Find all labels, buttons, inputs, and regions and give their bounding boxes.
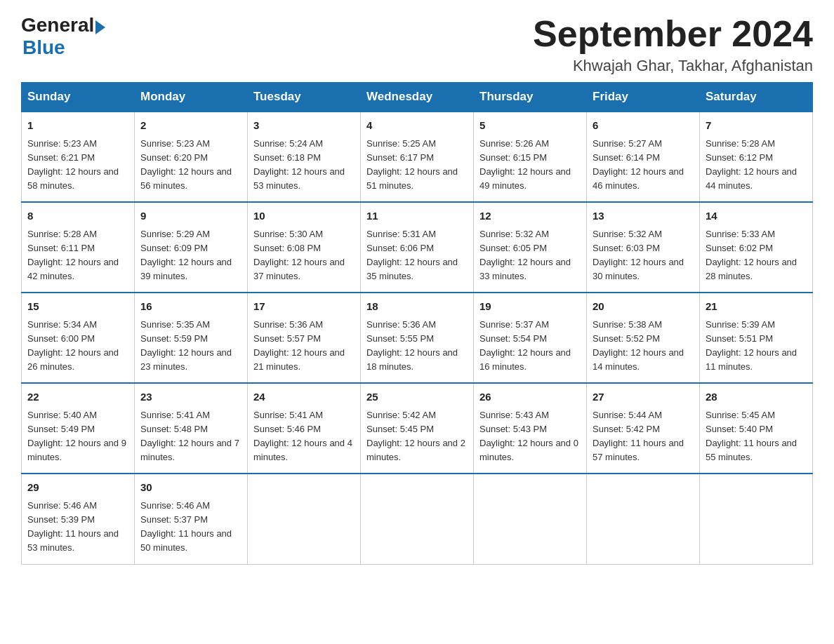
day-number: 10 <box>253 208 355 224</box>
day-number: 25 <box>366 389 468 405</box>
day-info: Sunrise: 5:32 AMSunset: 6:05 PMDaylight:… <box>479 227 581 284</box>
week-row-2: 8Sunrise: 5:28 AMSunset: 6:11 PMDaylight… <box>22 202 813 293</box>
day-info: Sunrise: 5:45 AMSunset: 5:40 PMDaylight:… <box>706 408 807 465</box>
day-info: Sunrise: 5:41 AMSunset: 5:46 PMDaylight:… <box>253 408 355 465</box>
day-cell: 3Sunrise: 5:24 AMSunset: 6:18 PMDaylight… <box>248 112 361 202</box>
day-number: 9 <box>140 208 241 224</box>
day-number: 30 <box>140 480 241 496</box>
day-cell <box>361 474 474 564</box>
day-cell: 17Sunrise: 5:36 AMSunset: 5:57 PMDayligh… <box>248 293 361 383</box>
day-cell: 7Sunrise: 5:28 AMSunset: 6:12 PMDaylight… <box>700 112 813 202</box>
week-row-3: 15Sunrise: 5:34 AMSunset: 6:00 PMDayligh… <box>22 293 813 383</box>
day-info: Sunrise: 5:27 AMSunset: 6:14 PMDaylight:… <box>593 137 694 194</box>
day-cell: 8Sunrise: 5:28 AMSunset: 6:11 PMDaylight… <box>22 202 135 293</box>
day-number: 28 <box>706 389 807 405</box>
calendar-table: SundayMondayTuesdayWednesdayThursdayFrid… <box>21 82 813 564</box>
month-title: September 2024 <box>533 14 813 54</box>
day-cell: 2Sunrise: 5:23 AMSunset: 6:20 PMDaylight… <box>135 112 248 202</box>
day-info: Sunrise: 5:44 AMSunset: 5:42 PMDaylight:… <box>593 408 694 465</box>
day-number: 3 <box>253 118 355 134</box>
day-cell: 13Sunrise: 5:32 AMSunset: 6:03 PMDayligh… <box>587 202 700 293</box>
day-number: 23 <box>140 389 241 405</box>
day-cell: 20Sunrise: 5:38 AMSunset: 5:52 PMDayligh… <box>587 293 700 383</box>
day-info: Sunrise: 5:33 AMSunset: 6:02 PMDaylight:… <box>706 227 807 284</box>
day-number: 6 <box>593 118 694 134</box>
day-info: Sunrise: 5:41 AMSunset: 5:48 PMDaylight:… <box>140 408 241 465</box>
day-cell: 4Sunrise: 5:25 AMSunset: 6:17 PMDaylight… <box>361 112 474 202</box>
day-info: Sunrise: 5:28 AMSunset: 6:12 PMDaylight:… <box>706 137 807 194</box>
day-info: Sunrise: 5:31 AMSunset: 6:06 PMDaylight:… <box>366 227 468 284</box>
day-cell: 27Sunrise: 5:44 AMSunset: 5:42 PMDayligh… <box>587 383 700 474</box>
day-number: 18 <box>366 299 468 315</box>
day-info: Sunrise: 5:40 AMSunset: 5:49 PMDaylight:… <box>27 408 128 465</box>
title-area: September 2024 Khwajah Ghar, Takhar, Afg… <box>533 14 813 75</box>
day-number: 2 <box>140 118 241 134</box>
day-info: Sunrise: 5:23 AMSunset: 6:20 PMDaylight:… <box>140 137 241 194</box>
week-row-5: 29Sunrise: 5:46 AMSunset: 5:39 PMDayligh… <box>22 474 813 564</box>
day-cell: 12Sunrise: 5:32 AMSunset: 6:05 PMDayligh… <box>474 202 587 293</box>
day-info: Sunrise: 5:46 AMSunset: 5:39 PMDaylight:… <box>27 499 128 556</box>
page-header: General Blue September 2024 Khwajah Ghar… <box>21 14 813 75</box>
week-row-1: 1Sunrise: 5:23 AMSunset: 6:21 PMDaylight… <box>22 112 813 202</box>
day-cell: 26Sunrise: 5:43 AMSunset: 5:43 PMDayligh… <box>474 383 587 474</box>
day-cell: 24Sunrise: 5:41 AMSunset: 5:46 PMDayligh… <box>248 383 361 474</box>
day-cell <box>248 474 361 564</box>
weekday-header-thursday: Thursday <box>474 83 587 112</box>
day-number: 24 <box>253 389 355 405</box>
day-info: Sunrise: 5:34 AMSunset: 6:00 PMDaylight:… <box>27 318 128 375</box>
day-cell: 29Sunrise: 5:46 AMSunset: 5:39 PMDayligh… <box>22 474 135 564</box>
day-cell: 9Sunrise: 5:29 AMSunset: 6:09 PMDaylight… <box>135 202 248 293</box>
weekday-header-saturday: Saturday <box>700 83 813 112</box>
weekday-header-row: SundayMondayTuesdayWednesdayThursdayFrid… <box>22 83 813 112</box>
logo-arrow-icon <box>95 20 105 34</box>
day-info: Sunrise: 5:42 AMSunset: 5:45 PMDaylight:… <box>366 408 468 465</box>
logo-text-general: General <box>21 14 94 36</box>
day-number: 27 <box>593 389 694 405</box>
day-info: Sunrise: 5:30 AMSunset: 6:08 PMDaylight:… <box>253 227 355 284</box>
day-number: 16 <box>140 299 241 315</box>
day-info: Sunrise: 5:24 AMSunset: 6:18 PMDaylight:… <box>253 137 355 194</box>
day-cell: 21Sunrise: 5:39 AMSunset: 5:51 PMDayligh… <box>700 293 813 383</box>
day-cell: 1Sunrise: 5:23 AMSunset: 6:21 PMDaylight… <box>22 112 135 202</box>
day-number: 21 <box>706 299 807 315</box>
day-info: Sunrise: 5:39 AMSunset: 5:51 PMDaylight:… <box>706 318 807 375</box>
day-info: Sunrise: 5:28 AMSunset: 6:11 PMDaylight:… <box>27 227 128 284</box>
day-cell: 16Sunrise: 5:35 AMSunset: 5:59 PMDayligh… <box>135 293 248 383</box>
week-row-4: 22Sunrise: 5:40 AMSunset: 5:49 PMDayligh… <box>22 383 813 474</box>
day-cell: 15Sunrise: 5:34 AMSunset: 6:00 PMDayligh… <box>22 293 135 383</box>
weekday-header-tuesday: Tuesday <box>248 83 361 112</box>
day-cell: 28Sunrise: 5:45 AMSunset: 5:40 PMDayligh… <box>700 383 813 474</box>
weekday-header-wednesday: Wednesday <box>361 83 474 112</box>
day-number: 4 <box>366 118 468 134</box>
day-cell: 14Sunrise: 5:33 AMSunset: 6:02 PMDayligh… <box>700 202 813 293</box>
day-info: Sunrise: 5:38 AMSunset: 5:52 PMDaylight:… <box>593 318 694 375</box>
day-info: Sunrise: 5:46 AMSunset: 5:37 PMDaylight:… <box>140 499 241 556</box>
day-cell: 30Sunrise: 5:46 AMSunset: 5:37 PMDayligh… <box>135 474 248 564</box>
day-number: 19 <box>479 299 581 315</box>
day-info: Sunrise: 5:25 AMSunset: 6:17 PMDaylight:… <box>366 137 468 194</box>
day-number: 1 <box>27 118 128 134</box>
day-number: 5 <box>479 118 581 134</box>
day-cell <box>587 474 700 564</box>
location-title: Khwajah Ghar, Takhar, Afghanistan <box>533 57 813 75</box>
day-info: Sunrise: 5:36 AMSunset: 5:55 PMDaylight:… <box>366 318 468 375</box>
day-number: 29 <box>27 480 128 496</box>
day-info: Sunrise: 5:32 AMSunset: 6:03 PMDaylight:… <box>593 227 694 284</box>
weekday-header-friday: Friday <box>587 83 700 112</box>
day-info: Sunrise: 5:37 AMSunset: 5:54 PMDaylight:… <box>479 318 581 375</box>
day-cell: 18Sunrise: 5:36 AMSunset: 5:55 PMDayligh… <box>361 293 474 383</box>
weekday-header-monday: Monday <box>135 83 248 112</box>
day-info: Sunrise: 5:29 AMSunset: 6:09 PMDaylight:… <box>140 227 241 284</box>
day-info: Sunrise: 5:26 AMSunset: 6:15 PMDaylight:… <box>479 137 581 194</box>
day-info: Sunrise: 5:36 AMSunset: 5:57 PMDaylight:… <box>253 318 355 375</box>
day-cell: 11Sunrise: 5:31 AMSunset: 6:06 PMDayligh… <box>361 202 474 293</box>
logo: General Blue <box>21 14 105 59</box>
logo-text-blue: Blue <box>22 36 65 59</box>
day-info: Sunrise: 5:23 AMSunset: 6:21 PMDaylight:… <box>27 137 128 194</box>
day-number: 17 <box>253 299 355 315</box>
day-cell <box>474 474 587 564</box>
day-number: 11 <box>366 208 468 224</box>
day-info: Sunrise: 5:35 AMSunset: 5:59 PMDaylight:… <box>140 318 241 375</box>
day-number: 15 <box>27 299 128 315</box>
day-number: 7 <box>706 118 807 134</box>
